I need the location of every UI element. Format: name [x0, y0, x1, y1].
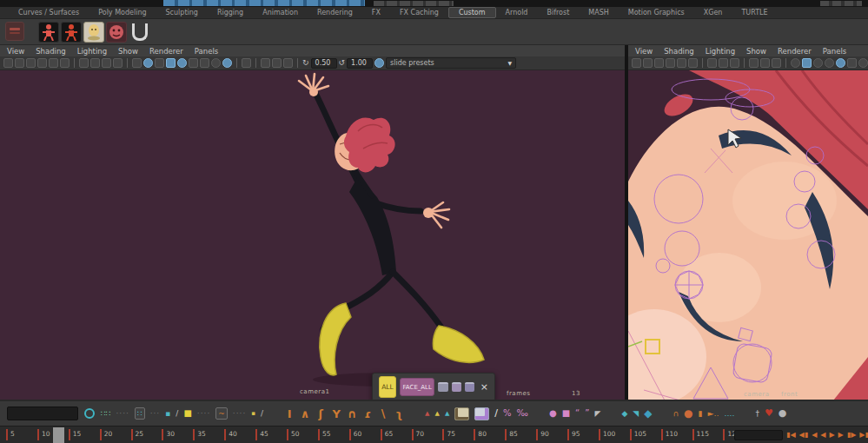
timeline-tick[interactable]: 75 [441, 430, 473, 443]
field-chart-icon[interactable] [749, 58, 759, 68]
2d-pan-zoom-icon[interactable] [60, 58, 70, 68]
dots-icon[interactable]: ···· [197, 408, 210, 419]
go-to-end-button[interactable]: ▶▮ [859, 431, 868, 440]
safe-title-icon[interactable] [155, 58, 164, 68]
shelf-tab[interactable]: Custom [448, 7, 496, 18]
camera-attributes-icon[interactable] [654, 58, 664, 68]
step-forward-button[interactable]: ▶ [838, 431, 844, 440]
timeline-tick[interactable]: 15 [68, 430, 99, 443]
mirror-pose-left-icon[interactable]: % [503, 408, 512, 419]
shelf-tab[interactable]: Curves / Surfaces [9, 8, 89, 17]
key-cluster-icon[interactable]: ∷∷ [101, 408, 110, 419]
character-right-shoe[interactable] [433, 326, 484, 362]
tangent-auto-icon[interactable]: ∖ [378, 407, 388, 420]
range-slider-field[interactable] [734, 430, 783, 440]
pin-selection-icon[interactable] [465, 382, 474, 392]
diamond-control-icon[interactable]: ◆ [644, 408, 652, 419]
grid-icon[interactable] [707, 58, 717, 68]
active-keys-icon[interactable]: ∷ [135, 407, 145, 420]
mirror-pose-right-icon[interactable]: ‰ [517, 408, 528, 419]
select-camera-icon[interactable] [632, 58, 641, 68]
shaded-display-icon[interactable] [166, 58, 176, 68]
timeline-tick[interactable]: 60 [348, 430, 380, 443]
select-face-all-button[interactable]: FACE_ALL [400, 378, 434, 396]
pose-marker-yellow-icon[interactable]: ▲ [434, 408, 439, 419]
shelf-tab[interactable]: Motion Graphics [619, 8, 694, 17]
go-to-start-button[interactable]: ▮◀ [786, 431, 796, 440]
sphere-gray-icon[interactable]: ● [779, 408, 787, 419]
tangent-clamped-icon[interactable]: Y [331, 407, 341, 420]
2d-pan-zoom-icon[interactable] [688, 58, 698, 68]
textured-display-icon[interactable] [813, 58, 823, 68]
safe-action-icon[interactable] [760, 58, 770, 68]
tangent-linear-icon[interactable]: ∧ [300, 407, 310, 420]
select-camera-icon[interactable] [3, 58, 13, 68]
wireframe-on-shaded-icon[interactable] [272, 58, 282, 68]
window-control-icons[interactable] [820, 1, 862, 6]
shadows-icon[interactable] [200, 58, 209, 68]
grid-icon[interactable] [79, 58, 89, 68]
timeline-tick[interactable]: 35 [192, 430, 223, 443]
face-closeup-render[interactable] [628, 70, 868, 400]
viewport-canvas[interactable]: ALL FACE_ALL × camera1 frames 13 [0, 70, 625, 400]
tangent-ease-icon[interactable]: ʅ [394, 407, 404, 420]
pen-slash-icon[interactable]: / [176, 408, 178, 419]
statusline-active-icons[interactable] [163, 0, 365, 6]
xray-icon[interactable] [261, 58, 270, 68]
xray-icon[interactable] [847, 58, 857, 68]
image-plane-icon[interactable] [677, 58, 686, 68]
play-backwards-button[interactable]: ◀ [820, 431, 825, 440]
quote-left-icon[interactable]: “ [575, 408, 580, 419]
wireframe-icon[interactable] [791, 58, 800, 68]
keyframe-icon[interactable]: ■ [183, 408, 191, 419]
timeline-tick[interactable]: 105 [629, 430, 660, 443]
step-back-button[interactable]: ◀ [812, 431, 817, 440]
timeline-tick[interactable]: 100 [598, 430, 629, 443]
close-icon[interactable]: × [480, 382, 488, 392]
shelf-tab[interactable]: Bifrost [537, 8, 579, 17]
timeline-tick[interactable]: 65 [380, 430, 411, 443]
shelf-tab[interactable]: Rigging [208, 8, 253, 17]
select-all-button[interactable]: ALL [379, 376, 396, 398]
camera-attributes-icon[interactable] [26, 58, 36, 68]
shelf-tab[interactable]: Arnold [496, 8, 538, 17]
viewport-face-camera[interactable]: ViewShadingLightingShowRendererPanels [628, 45, 868, 400]
lights-icon[interactable] [825, 58, 834, 68]
shelf-tab[interactable]: Animation [253, 8, 308, 17]
motion-plane-icon[interactable]: ◆ [621, 408, 627, 419]
character-right-leg[interactable] [393, 272, 441, 327]
menu-panels[interactable]: Panels [195, 47, 226, 56]
anti-alias-icon[interactable] [836, 58, 845, 68]
load-selection-icon[interactable] [452, 382, 461, 392]
resolution-gate-icon[interactable] [102, 58, 111, 68]
menu-shading[interactable]: Shading [664, 47, 702, 56]
menu-show[interactable]: Show [746, 47, 774, 56]
tangent-flat-icon[interactable]: ∩ [347, 407, 357, 420]
timeline-tick[interactable]: 50 [286, 430, 317, 443]
timeline-tick[interactable]: 55 [317, 430, 348, 443]
timeline-tick[interactable]: 25 [130, 430, 162, 443]
loop-b-icon[interactable]: ↺ [339, 58, 346, 68]
character-left-hand[interactable] [299, 74, 328, 96]
key-icon[interactable]: ▪ [165, 408, 170, 419]
bookmark-icon[interactable] [666, 58, 675, 68]
pose-marker-teal-icon[interactable]: ▲ [445, 408, 449, 419]
timeline-tick[interactable]: 20 [99, 430, 130, 443]
timeline-tick[interactable]: 40 [223, 430, 255, 443]
character-picker-2-icon[interactable] [61, 22, 82, 43]
quote-right-icon[interactable]: ” [585, 408, 589, 419]
weight-a-field[interactable]: 0.50 [311, 58, 337, 69]
face-picker-icon[interactable] [106, 22, 127, 43]
safe-action-icon[interactable] [143, 58, 153, 68]
menu-show[interactable]: Show [118, 47, 146, 56]
key-small-icon[interactable]: ▪ [251, 408, 255, 419]
field-chart-icon[interactable] [132, 58, 142, 68]
character-picker-icon[interactable] [38, 22, 59, 43]
character-right-hand[interactable] [423, 202, 449, 228]
play-button[interactable]: ▶ [829, 431, 834, 440]
menu-panels[interactable]: Panels [823, 47, 854, 56]
shelf-tab[interactable]: FX [362, 8, 390, 17]
brush-slash-icon[interactable]: / [261, 408, 263, 419]
weight-b-field[interactable]: 1.00 [347, 58, 373, 69]
timeline-tick[interactable]: 5 [5, 430, 36, 443]
